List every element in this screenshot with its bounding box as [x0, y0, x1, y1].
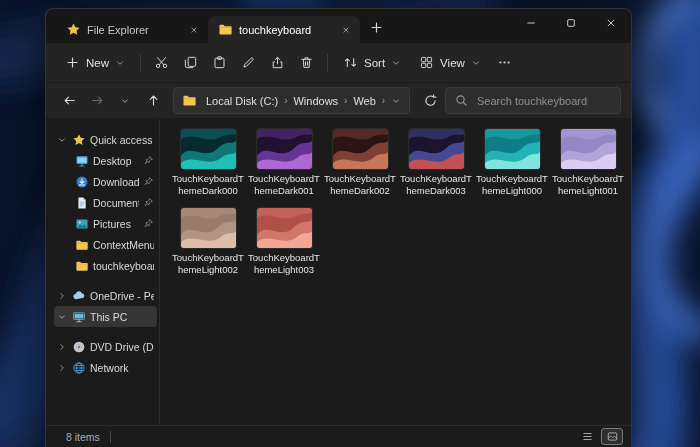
see-more-button[interactable]: [490, 49, 519, 77]
close-button[interactable]: [591, 9, 631, 40]
sidebar-item-this-pc[interactable]: This PC: [54, 306, 157, 327]
chevron-down-icon: [120, 96, 130, 106]
chevron-right-icon[interactable]: [57, 291, 68, 301]
paste-button[interactable]: [205, 49, 234, 77]
sidebar-item-onedrive-personal[interactable]: OneDrive - Personal: [54, 285, 157, 306]
plus-icon: [369, 20, 384, 35]
thumbnails-view-button[interactable]: [601, 428, 623, 445]
tab-touchkeyboard[interactable]: touchkeyboard: [208, 16, 360, 43]
sidebar-item-touchkeyboard[interactable]: touchkeyboard: [54, 255, 157, 276]
view-button[interactable]: View: [410, 50, 490, 75]
forward-icon: [90, 93, 105, 108]
minimize-button[interactable]: [511, 9, 551, 40]
chevron-down-icon[interactable]: [57, 135, 68, 145]
breadcrumb-separator: ›: [281, 95, 290, 106]
folder-icon: [75, 259, 89, 273]
dvd-icon: [72, 340, 86, 354]
file-name: TouchKeyboardThemeLight002: [170, 252, 246, 275]
delete-button[interactable]: [292, 49, 321, 77]
sort-button[interactable]: Sort: [334, 50, 410, 75]
breadcrumb-item-windows[interactable]: Windows: [290, 94, 341, 108]
trash-icon: [299, 55, 314, 70]
list-view-icon: [581, 430, 594, 443]
tab-file-explorer[interactable]: File Explorer: [56, 16, 208, 43]
pin-icon: [143, 176, 154, 187]
file-thumbnail: [409, 129, 464, 169]
file-item-touchkeyboardthemedark003[interactable]: TouchKeyboardThemeDark003: [398, 129, 474, 196]
sidebar-item-label: Network: [90, 362, 154, 374]
file-item-touchkeyboardthemedark000[interactable]: TouchKeyboardThemeDark000: [170, 129, 246, 196]
more-icon: [497, 55, 512, 70]
chevron-down-icon: [391, 58, 401, 68]
file-thumbnail: [485, 129, 540, 169]
cut-button[interactable]: [147, 49, 176, 77]
file-item-touchkeyboardthemedark002[interactable]: TouchKeyboardThemeDark002: [322, 129, 398, 196]
sidebar-item-label: Downloads: [93, 176, 139, 188]
forward-button[interactable]: [84, 88, 110, 114]
up-button[interactable]: [140, 88, 166, 114]
copy-icon: [183, 55, 198, 70]
minimize-icon: [524, 16, 538, 34]
copy-button[interactable]: [176, 49, 205, 77]
details-view-button[interactable]: [576, 428, 598, 445]
file-name: TouchKeyboardThemeDark003: [398, 173, 474, 196]
new-button[interactable]: New: [56, 50, 134, 75]
file-name: TouchKeyboardThemeLight001: [550, 173, 626, 196]
tab-close-button[interactable]: [338, 22, 354, 38]
sidebar-item-dvd-drive-d-ccco[interactable]: DVD Drive (D:) CCCO: [54, 336, 157, 357]
items-count: 8 items: [66, 431, 100, 443]
tab-close-button[interactable]: [186, 22, 202, 38]
recent-locations-button[interactable]: [112, 88, 138, 114]
file-item-touchkeyboardthemedark001[interactable]: TouchKeyboardThemeDark001: [246, 129, 322, 196]
sidebar-item-downloads[interactable]: Downloads: [54, 171, 157, 192]
pin-icon: [143, 155, 154, 166]
address-dropdown-icon[interactable]: [391, 96, 401, 106]
sidebar-item-label: Documents: [93, 197, 139, 209]
pin-icon: [143, 218, 154, 229]
sidebar-item-label: Pictures: [93, 218, 139, 230]
file-item-touchkeyboardthemelight000[interactable]: TouchKeyboardThemeLight000: [474, 129, 550, 196]
sidebar-item-quick-access[interactable]: Quick access: [54, 129, 157, 150]
sort-button-label: Sort: [364, 57, 385, 69]
file-thumbnail: [181, 129, 236, 169]
star-icon: [66, 22, 81, 37]
status-bar: 8 items: [46, 425, 631, 447]
file-thumbnail: [257, 129, 312, 169]
tab-label: touchkeyboard: [239, 24, 332, 36]
chevron-right-icon[interactable]: [57, 363, 68, 373]
file-item-touchkeyboardthemelight002[interactable]: TouchKeyboardThemeLight002: [170, 208, 246, 275]
sidebar-item-pictures[interactable]: Pictures: [54, 213, 157, 234]
address-bar[interactable]: Local Disk (C:)›Windows›Web›touchkeyboar…: [173, 87, 410, 114]
sidebar-item-network[interactable]: Network: [54, 357, 157, 378]
sidebar-item-contextmenucust[interactable]: ContextMenuCust: [54, 234, 157, 255]
back-icon: [62, 93, 77, 108]
maximize-button[interactable]: [551, 9, 591, 40]
search-box[interactable]: [445, 87, 621, 114]
chevron-down-icon: [471, 58, 481, 68]
search-input[interactable]: [475, 94, 612, 108]
thumbnail-view-icon: [606, 430, 619, 443]
file-item-touchkeyboardthemelight001[interactable]: TouchKeyboardThemeLight001: [550, 129, 626, 196]
breadcrumb: Local Disk (C:)›Windows›Web›touchkeyboar…: [203, 94, 385, 108]
file-name: TouchKeyboardThemeDark000: [170, 173, 246, 196]
breadcrumb-item-local-disk-c[interactable]: Local Disk (C:): [203, 94, 281, 108]
breadcrumb-item-web[interactable]: Web: [350, 94, 378, 108]
new-tab-button[interactable]: [364, 15, 388, 39]
share-button[interactable]: [263, 49, 292, 77]
command-bar: New Sort View: [46, 43, 631, 83]
chevron-down-icon[interactable]: [57, 312, 68, 322]
folder-icon: [218, 22, 233, 37]
view-button-label: View: [440, 57, 465, 69]
view-toggles: [576, 428, 623, 445]
back-button[interactable]: [56, 88, 82, 114]
rename-button[interactable]: [234, 49, 263, 77]
pictures-icon: [75, 217, 89, 231]
file-explorer-window: File Explorertouchkeyboard New: [45, 8, 632, 447]
pin-icon: [143, 197, 154, 208]
navigation-pane: Quick accessDesktopDownloadsDocumentsPic…: [46, 119, 159, 425]
sidebar-item-desktop[interactable]: Desktop: [54, 150, 157, 171]
chevron-right-icon[interactable]: [57, 342, 68, 352]
file-item-touchkeyboardthemelight003[interactable]: TouchKeyboardThemeLight003: [246, 208, 322, 275]
refresh-button[interactable]: [417, 88, 443, 114]
sidebar-item-documents[interactable]: Documents: [54, 192, 157, 213]
